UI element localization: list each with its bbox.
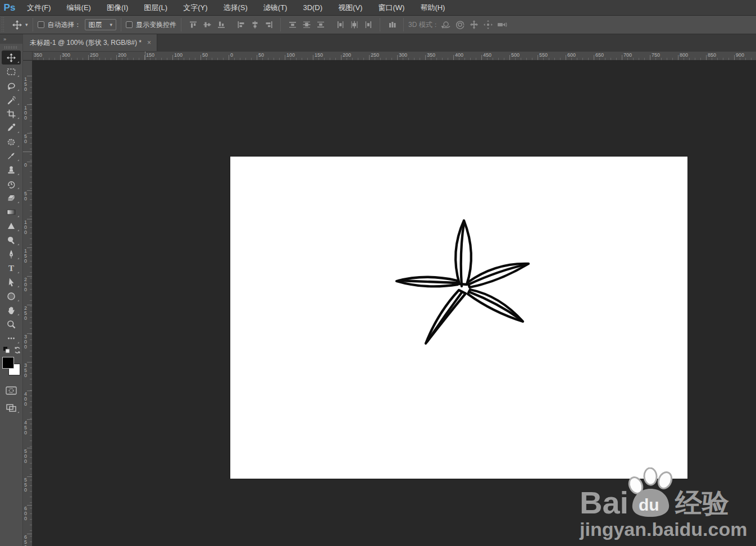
swap-colors-control[interactable]: [2, 345, 21, 355]
tool-crop[interactable]: [2, 107, 21, 121]
align-bottom-edges-icon[interactable]: [214, 17, 228, 32]
tool-lasso[interactable]: [2, 79, 21, 93]
menu-help[interactable]: 帮助(H): [412, 0, 453, 16]
tool-eyedropper[interactable]: [2, 121, 21, 135]
tool-path-selection[interactable]: [2, 275, 21, 289]
distribute-left-icon[interactable]: [333, 17, 347, 32]
photoshop-window: Ps 文件(F) 编辑(E) 图像(I) 图层(L) 文字(Y) 选择(S) 滤…: [0, 0, 756, 546]
menu-3d[interactable]: 3D(D): [295, 0, 330, 16]
tool-spot-healing-brush[interactable]: [2, 135, 21, 149]
separator: [33, 18, 33, 31]
distribute-horizontal-centers-icon[interactable]: [347, 17, 361, 32]
ruler-label: 850: [708, 52, 716, 58]
show-transform-checkbox[interactable]: [126, 21, 133, 28]
separator: [380, 18, 380, 31]
ruler-label: 0: [24, 163, 29, 168]
ruler-label: 650: [595, 52, 604, 58]
ruler-label: 550: [24, 478, 29, 493]
menu-window[interactable]: 窗口(W): [370, 0, 412, 16]
tool-eraser[interactable]: [2, 191, 21, 205]
tool-type[interactable]: T: [2, 261, 21, 275]
photoshop-logo: Ps: [0, 0, 19, 16]
tool-preset-picker[interactable]: ▾: [12, 20, 28, 30]
tool-rectangular-marquee[interactable]: [2, 65, 21, 79]
align-horizontal-centers-icon[interactable]: [248, 17, 262, 32]
3d-roll-icon[interactable]: [453, 17, 467, 32]
distribute-vertical-centers-icon[interactable]: [299, 17, 313, 32]
document-tab-bar: 未标题-1 @ 100% (形状 3, RGB/8#) * ×: [23, 34, 756, 52]
align-top-edges-icon[interactable]: [186, 17, 200, 32]
ruler-label: 150: [315, 52, 323, 58]
horizontal-ruler[interactable]: 3503002502001501005005010015020025030035…: [23, 52, 756, 61]
distribute-bottom-icon[interactable]: [313, 17, 327, 32]
quick-mask-button[interactable]: [2, 383, 21, 397]
menu-layer[interactable]: 图层(L): [136, 0, 175, 16]
ruler-label: 400: [24, 392, 29, 407]
menu-image[interactable]: 图像(I): [99, 0, 136, 16]
tool-blur[interactable]: [2, 219, 21, 233]
tool-history-brush[interactable]: [2, 177, 21, 191]
tool-hand[interactable]: [2, 303, 21, 317]
align-right-edges-icon[interactable]: [262, 17, 276, 32]
tool-pen[interactable]: [2, 247, 21, 261]
ruler-label: 600: [567, 52, 576, 58]
menu-filter[interactable]: 滤镜(T): [256, 0, 295, 16]
collapse-panel-button[interactable]: »: [0, 34, 22, 44]
distribute-top-icon[interactable]: [285, 17, 299, 32]
separator: [121, 18, 121, 31]
distribute-spacing-icon[interactable]: [385, 17, 399, 32]
ruler-label: 300: [24, 334, 29, 350]
3d-pan-icon[interactable]: [467, 17, 481, 32]
auto-select-label: 自动选择：: [48, 20, 81, 30]
ruler-label: 100: [24, 220, 29, 235]
3d-orbit-icon[interactable]: [439, 17, 453, 32]
document-canvas[interactable]: [230, 157, 687, 479]
separator: [181, 18, 181, 31]
auto-select-target-dropdown[interactable]: 图层 ▾: [85, 19, 117, 30]
tools-panel: »: [0, 34, 23, 546]
3d-camera-icon[interactable]: [495, 17, 509, 32]
auto-select-checkbox[interactable]: [38, 21, 44, 28]
menu-select[interactable]: 选择(S): [215, 0, 255, 16]
watermark-brand-right: 经验: [675, 488, 730, 518]
tool-dodge[interactable]: [2, 233, 21, 247]
ruler-label: 450: [24, 420, 29, 435]
ruler-label: 150: [24, 77, 29, 92]
color-swatches[interactable]: [1, 356, 21, 378]
ruler-label: 800: [680, 52, 688, 58]
tool-brush[interactable]: [2, 149, 21, 163]
tool-ellipse-shape[interactable]: [2, 289, 21, 303]
tool-gradient[interactable]: [2, 205, 21, 219]
screen-mode-button[interactable]: [2, 401, 21, 415]
watermark-url: jingyan.baidu.com: [579, 519, 747, 540]
edit-toolbar-button[interactable]: [2, 331, 21, 345]
foreground-color-swatch[interactable]: [2, 357, 14, 369]
ruler-position-marker: [145, 52, 145, 61]
ruler-label: 400: [455, 52, 463, 58]
tab-close-icon[interactable]: ×: [147, 39, 151, 47]
3d-slide-icon[interactable]: [481, 17, 495, 32]
document-tab-title: 未标题-1 @ 100% (形状 3, RGB/8#) *: [30, 38, 142, 48]
tool-zoom[interactable]: [2, 317, 21, 331]
ruler-label: 150: [146, 52, 154, 58]
options-bar: ▾ 自动选择： 图层 ▾ 显示变换控件: [0, 16, 756, 34]
tools-panel-grip[interactable]: [4, 46, 18, 49]
ruler-corner: [23, 52, 33, 61]
separator: [280, 18, 281, 31]
menu-edit[interactable]: 编辑(E): [59, 0, 99, 16]
vertical-ruler[interactable]: 1501005005010015020025030035040045050055…: [23, 61, 33, 546]
tool-move[interactable]: [2, 51, 21, 65]
tool-clone-stamp[interactable]: [2, 163, 21, 177]
align-vertical-centers-icon[interactable]: [200, 17, 214, 32]
ruler-label: 200: [24, 277, 29, 292]
menu-type[interactable]: 文字(Y): [175, 0, 215, 16]
menu-file[interactable]: 文件(F): [19, 0, 59, 16]
distribute-right-icon[interactable]: [361, 17, 375, 32]
canvas-workspace[interactable]: Bai du 经验 jingyan.baidu.com: [33, 61, 756, 546]
tool-quick-selection[interactable]: [2, 93, 21, 107]
options-bar-grip[interactable]: [1, 17, 5, 32]
ruler-label: 200: [343, 52, 351, 58]
document-tab[interactable]: 未标题-1 @ 100% (形状 3, RGB/8#) * ×: [23, 34, 157, 51]
align-left-edges-icon[interactable]: [234, 17, 248, 32]
menu-view[interactable]: 视图(V): [330, 0, 370, 16]
